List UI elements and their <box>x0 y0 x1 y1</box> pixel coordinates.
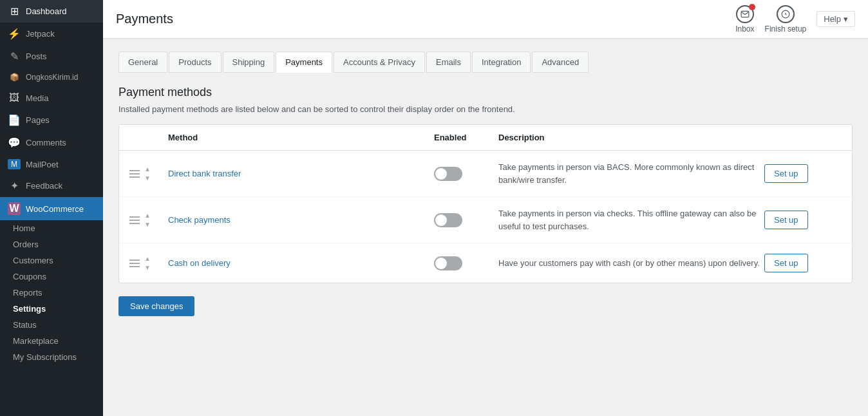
sidebar-sub-subscriptions[interactable]: My Subscriptions <box>0 349 103 365</box>
sidebar-sub-home[interactable]: Home <box>0 220 103 236</box>
sort-up-2[interactable]: ▲ <box>142 212 153 220</box>
finish-setup-label: Finish setup <box>765 24 807 33</box>
table-header-drag <box>129 133 168 142</box>
tab-shipping[interactable]: Shipping <box>223 52 275 73</box>
row-sort-2: ▲ ▼ <box>142 212 153 229</box>
section-description: Installed payment methods are listed bel… <box>118 104 853 114</box>
sidebar-item-label: WooCommerce <box>26 204 84 214</box>
sidebar-sub-status[interactable]: Status <box>0 317 103 333</box>
ongkoskirim-icon: 📦 <box>8 73 21 82</box>
sidebar-item-label: Dashboard <box>26 6 67 16</box>
method-name-1: Direct bank transfer <box>168 169 434 178</box>
settings-tabs: General Products Shipping Payments Accou… <box>118 52 853 73</box>
method-name-3: Cash on delivery <box>168 258 434 268</box>
tab-accounts-privacy[interactable]: Accounts & Privacy <box>334 52 425 73</box>
sidebar-item-label: MailPoet <box>26 160 59 169</box>
method-name-2: Check payments <box>168 215 434 225</box>
setup-button-check-payments[interactable]: Set up <box>764 211 808 229</box>
chevron-down-icon: ▾ <box>844 14 848 24</box>
sidebar-sub-orders[interactable]: Orders <box>0 236 103 252</box>
toggle-direct-bank[interactable] <box>434 167 462 181</box>
tab-integration[interactable]: Integration <box>472 52 531 73</box>
sort-down-3[interactable]: ▼ <box>142 264 153 272</box>
woocommerce-icon: W <box>8 202 21 215</box>
page-title: Payments <box>116 12 173 26</box>
sort-down-2[interactable]: ▼ <box>142 221 153 229</box>
setup-button-cash-on-delivery[interactable]: Set up <box>764 254 808 272</box>
drag-handle-1[interactable] <box>129 170 140 178</box>
setup-button-direct-bank[interactable]: Set up <box>764 164 808 183</box>
method-desc-1: Take payments in person via BACS. More c… <box>498 161 764 186</box>
inbox-icon <box>736 5 754 23</box>
sidebar-item-label: Posts <box>26 52 47 61</box>
sidebar-item-media[interactable]: 🖼 Media <box>0 87 103 109</box>
payment-methods-table: Method Enabled Description ▲ ▼ Dire <box>118 124 853 283</box>
finish-setup-icon <box>777 5 795 23</box>
media-icon: 🖼 <box>8 92 21 104</box>
sidebar-sub-coupons[interactable]: Coupons <box>0 269 103 285</box>
help-button[interactable]: Help ▾ <box>816 11 855 27</box>
sidebar-item-dashboard[interactable]: ⊞ Dashboard <box>0 0 103 23</box>
sidebar-item-jetpack[interactable]: ⚡ Jetpack <box>0 23 103 45</box>
pages-icon: 📄 <box>8 114 21 126</box>
sidebar-item-label: Feedback <box>26 181 62 191</box>
sidebar-item-comments[interactable]: 💬 Comments <box>0 131 103 154</box>
inbox-label: Inbox <box>735 24 754 33</box>
main-content: Payments Inbox Finish setup Help ▾ <box>103 0 868 416</box>
sort-up-3[interactable]: ▲ <box>142 255 153 263</box>
setup-container-2: Set up <box>764 211 842 229</box>
sidebar-item-ongkoskirim[interactable]: 📦 OngkosKirim.id <box>0 68 103 87</box>
toggle-container-3 <box>434 256 498 270</box>
row-controls-1: ▲ ▼ <box>129 165 168 182</box>
method-link-check-payments[interactable]: Check payments <box>168 215 231 225</box>
feedback-icon: ✦ <box>8 180 21 192</box>
save-changes-button[interactable]: Save changes <box>118 296 194 316</box>
sidebar-item-label: OngkosKirim.id <box>26 73 78 82</box>
finish-setup-button[interactable]: Finish setup <box>765 5 807 33</box>
table-header: Method Enabled Description <box>119 125 852 151</box>
section-title: Payment methods <box>118 86 853 99</box>
row-controls-2: ▲ ▼ <box>129 212 168 229</box>
tab-emails[interactable]: Emails <box>426 52 471 73</box>
topbar-actions: Inbox Finish setup Help ▾ <box>735 5 855 33</box>
row-sort-3: ▲ ▼ <box>142 255 153 272</box>
toggle-container-2 <box>434 213 498 227</box>
sidebar-item-posts[interactable]: ✎ Posts <box>0 45 103 68</box>
sidebar-sub-marketplace[interactable]: Marketplace <box>0 333 103 349</box>
sidebar-item-label: Pages <box>26 115 50 125</box>
table-header-method: Method <box>168 133 434 142</box>
sidebar-sub-customers[interactable]: Customers <box>0 252 103 269</box>
jetpack-icon: ⚡ <box>8 28 21 40</box>
tab-payments[interactable]: Payments <box>276 52 332 73</box>
sidebar-item-pages[interactable]: 📄 Pages <box>0 109 103 131</box>
posts-icon: ✎ <box>8 50 21 62</box>
sidebar-item-label: Comments <box>26 138 66 147</box>
tab-products[interactable]: Products <box>169 52 221 73</box>
sidebar-item-label: Media <box>26 93 48 103</box>
row-controls-3: ▲ ▼ <box>129 255 168 272</box>
drag-handle-3[interactable] <box>129 260 140 267</box>
sidebar-sub-settings[interactable]: Settings <box>0 301 103 317</box>
method-link-cash-on-delivery[interactable]: Cash on delivery <box>168 258 231 268</box>
sidebar-item-woocommerce[interactable]: W WooCommerce <box>0 197 103 220</box>
table-row: ▲ ▼ Cash on delivery Have your customers… <box>119 243 852 283</box>
table-row: ▲ ▼ Check payments Take payments in pers… <box>119 197 852 243</box>
toggle-cash-on-delivery[interactable] <box>434 256 462 270</box>
sidebar: ⊞ Dashboard ⚡ Jetpack ✎ Posts 📦 OngkosKi… <box>0 0 103 416</box>
help-label: Help <box>824 14 841 24</box>
method-desc-3: Have your customers pay with cash (or by… <box>498 257 764 270</box>
sort-up-1[interactable]: ▲ <box>142 165 153 173</box>
sidebar-item-feedback[interactable]: ✦ Feedback <box>0 175 103 197</box>
comments-icon: 💬 <box>8 137 21 149</box>
inbox-button[interactable]: Inbox <box>735 5 754 33</box>
drag-handle-2[interactable] <box>129 216 140 224</box>
sidebar-sub-reports[interactable]: Reports <box>0 285 103 301</box>
toggle-check-payments[interactable] <box>434 213 462 227</box>
inbox-badge <box>749 4 755 10</box>
sidebar-item-mailpoet[interactable]: M MailPoet <box>0 154 103 175</box>
tab-general[interactable]: General <box>118 52 167 73</box>
tab-advanced[interactable]: Advanced <box>532 52 589 73</box>
table-header-actions <box>764 133 842 142</box>
method-link-direct-bank[interactable]: Direct bank transfer <box>168 169 241 178</box>
sort-down-1[interactable]: ▼ <box>142 175 153 182</box>
